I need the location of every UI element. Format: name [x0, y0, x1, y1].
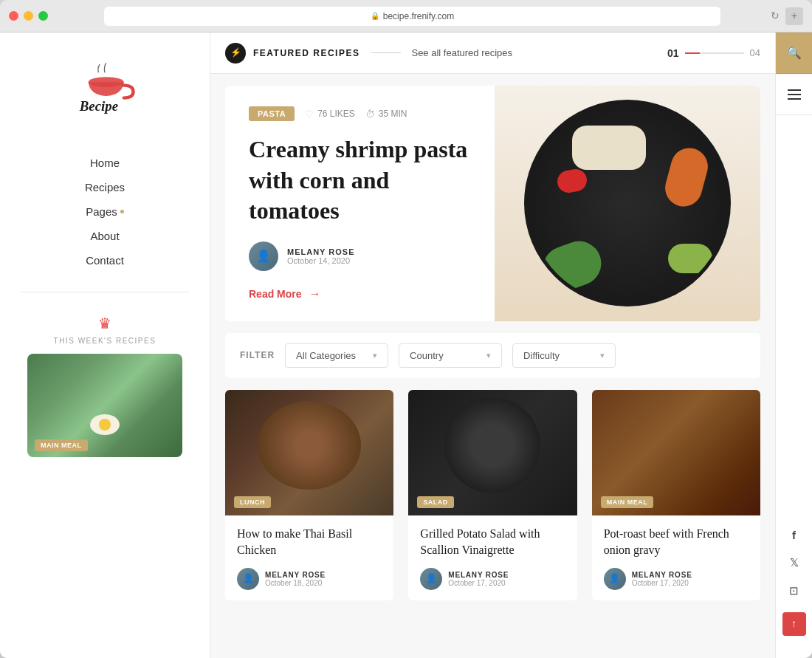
pasta-tag: PASTA: [249, 106, 295, 121]
card-2-author-date: October 17, 2020: [448, 579, 509, 587]
social-icons: f 𝕏 ⊡ ↑: [782, 115, 806, 658]
card-1-badge: LUNCH: [234, 496, 271, 508]
hero-text: PASTA ♡ 76 LIKES ⏱ 35 MIN Creamy shrimp …: [225, 86, 495, 321]
food-green: [537, 236, 608, 298]
svg-text:Becipe: Becipe: [79, 98, 118, 114]
nav-home[interactable]: Home: [81, 154, 128, 172]
facebook-icon[interactable]: f: [792, 529, 796, 541]
see-all-link[interactable]: See all featured recipes: [411, 47, 512, 58]
recipe-tags: PASTA ♡ 76 LIKES ⏱ 35 MIN: [249, 106, 471, 121]
card-3-avatar: 👤: [604, 568, 626, 590]
logo: Becipe: [61, 62, 149, 121]
page-total: 04: [750, 47, 760, 58]
hero-image: [495, 86, 760, 321]
search-button[interactable]: 🔍: [776, 32, 812, 74]
main-content: ⚡ FEATURED RECIPES See all featured reci…: [210, 32, 775, 658]
nav-pages[interactable]: Pages: [77, 202, 133, 221]
crown-icon: ♛: [98, 315, 111, 332]
bowl-container: [517, 100, 738, 306]
bolt-icon: ⚡: [230, 47, 241, 58]
difficulty-select[interactable]: Difficulty ▾: [512, 343, 616, 368]
weeks-label: THIS WEEK'S RECIPES: [54, 337, 156, 345]
food-plate: [524, 100, 731, 306]
time-value: 35 MIN: [379, 109, 407, 119]
author-avatar: 👤: [249, 241, 278, 271]
recipe-card-1[interactable]: LUNCH How to make Thai Basil Chicken 👤 M…: [225, 390, 393, 600]
featured-icon: ⚡: [225, 43, 246, 64]
sidebar: Becipe Home Recipes Pages About Contact …: [0, 32, 210, 658]
instagram-icon[interactable]: ⊡: [789, 584, 799, 597]
card-2-badge: SALAD: [417, 496, 454, 508]
card-3-author-name: MELANY ROSE: [632, 571, 692, 579]
difficulty-selected: Difficulty: [523, 350, 560, 361]
author-name: MELANY ROSE: [287, 247, 354, 256]
recipe-card-3[interactable]: MAIN MEAL Pot-roast beef with French oni…: [592, 390, 760, 600]
recipe-card-image-2: SALAD: [408, 390, 577, 515]
hero-food-background: [495, 86, 760, 321]
traffic-lights: [9, 11, 48, 21]
right-panel: 🔍 f 𝕏 ⊡ ↑: [775, 32, 812, 658]
categories-select[interactable]: All Categories ▾: [285, 343, 388, 368]
scroll-top-button[interactable]: ↑: [782, 612, 806, 636]
heart-icon: ♡: [305, 109, 314, 120]
card-1-author-info: MELANY ROSE October 18, 2020: [265, 571, 326, 587]
menu-button[interactable]: [776, 74, 812, 115]
pages-dot: [120, 210, 124, 213]
egg-decoration: [90, 414, 120, 435]
food-yellow-green: [668, 244, 712, 273]
logo-area: Becipe: [46, 32, 164, 146]
categories-selected: All Categories: [296, 350, 356, 361]
difficulty-chevron: ▾: [600, 351, 605, 360]
card-3-title: Pot-roast beef with French onion gravy: [604, 526, 749, 559]
hero-title: Creamy shrimp pasta with corn and tomato…: [249, 134, 471, 227]
featured-label: FEATURED RECIPES: [253, 48, 359, 58]
weeks-badge: MAIN MEAL: [35, 439, 88, 451]
food-red: [556, 168, 589, 194]
new-tab-button[interactable]: +: [785, 7, 803, 25]
tl-yellow[interactable]: [24, 11, 33, 21]
card-3-author-info: MELANY ROSE October 17, 2020: [632, 571, 692, 587]
card-3-author-date: October 17, 2020: [632, 579, 692, 587]
author-info: MELANY ROSE October 14, 2020: [287, 247, 354, 265]
card-1-author: 👤 MELANY ROSE October 18, 2020: [237, 568, 382, 590]
food-orange: [661, 144, 712, 210]
nav-recipes[interactable]: Recipes: [76, 178, 134, 196]
read-more-button[interactable]: Read More →: [249, 287, 471, 301]
url-bar[interactable]: 🔒 becipe.frenify.com: [104, 7, 720, 26]
avatar-inner: 👤: [249, 241, 278, 271]
filter-label: FILTER: [240, 350, 275, 360]
read-more-arrow-icon: →: [309, 287, 321, 301]
country-select[interactable]: Country ▾: [399, 343, 502, 368]
recipe-card-body-1: How to make Thai Basil Chicken 👤 MELANY …: [225, 515, 393, 600]
card-2-author-info: MELANY ROSE October 17, 2020: [448, 571, 509, 587]
tl-red[interactable]: [9, 11, 18, 21]
sidebar-nav: Home Recipes Pages About Contact: [76, 154, 134, 270]
read-more-label: Read More: [249, 288, 302, 300]
card-1-title: How to make Thai Basil Chicken: [237, 526, 382, 559]
reload-button[interactable]: ↻: [771, 10, 780, 22]
recipe-grid: LUNCH How to make Thai Basil Chicken 👤 M…: [210, 390, 775, 615]
card-3-author: 👤 MELANY ROSE October 17, 2020: [604, 568, 749, 590]
card-2-author: 👤 MELANY ROSE October 17, 2020: [420, 568, 565, 590]
page-counter: 01 04: [667, 47, 760, 59]
likes-tag: ♡ 76 LIKES: [305, 109, 355, 120]
likes-count: 76 LIKES: [317, 109, 355, 119]
recipe-card-image-3: MAIN MEAL: [592, 390, 760, 515]
card-2-author-name: MELANY ROSE: [448, 571, 509, 579]
nav-about[interactable]: About: [81, 227, 128, 245]
browser-titlebar: 🔒 becipe.frenify.com ↻ +: [0, 0, 812, 32]
weeks-recipe-image[interactable]: MAIN MEAL: [27, 354, 182, 457]
nav-contact[interactable]: Contact: [77, 251, 133, 270]
food-white: [572, 126, 646, 170]
food-plate-inner: [528, 103, 727, 303]
categories-chevron: ▾: [373, 351, 377, 360]
lock-icon: 🔒: [371, 12, 379, 20]
twitter-icon[interactable]: 𝕏: [790, 556, 799, 569]
browser-content: Becipe Home Recipes Pages About Contact …: [0, 32, 812, 658]
card-2-title: Grilled Potato Salad with Scallion Vinai…: [420, 526, 565, 559]
recipe-card-2[interactable]: SALAD Grilled Potato Salad with Scallion…: [408, 390, 577, 600]
recipe-card-body-2: Grilled Potato Salad with Scallion Vinai…: [408, 515, 577, 600]
search-icon: 🔍: [787, 46, 802, 60]
filter-bar: FILTER All Categories ▾ Country ▾ Diffic…: [225, 333, 760, 378]
tl-green[interactable]: [38, 11, 48, 21]
